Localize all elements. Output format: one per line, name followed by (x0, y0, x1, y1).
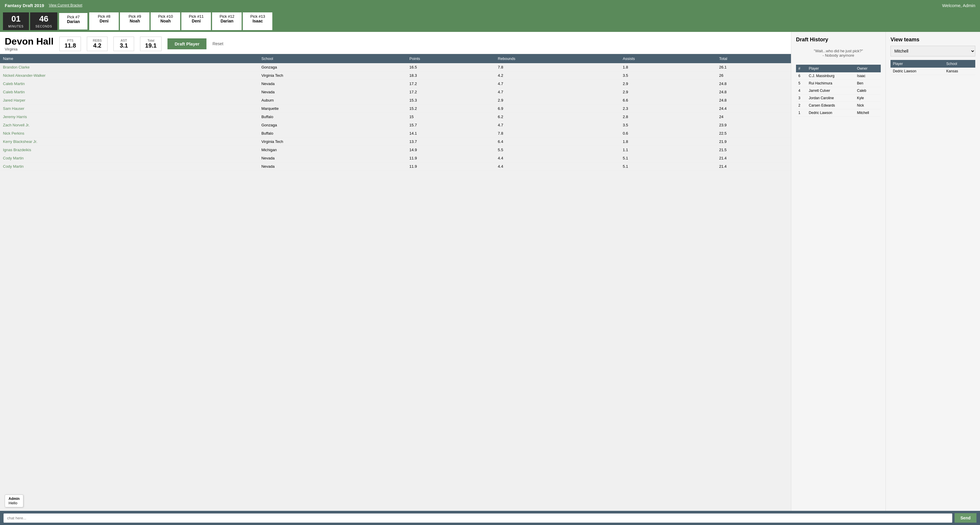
chat-bar: Send (0, 511, 980, 525)
table-row[interactable]: Kerry Blackshear Jr.Virginia Tech13.76.4… (0, 138, 791, 146)
table-row[interactable]: Nick PerkinsBuffalo14.17.80.622.5 (0, 129, 791, 138)
table-row[interactable]: Jared HarperAuburn15.32.96.624.8 (0, 96, 791, 105)
left-panel: Devon Hall Virginia PTS 11.8 REBS 4.2 AS… (0, 32, 791, 511)
chat-input[interactable] (3, 514, 952, 523)
col-header-assists: Assists (620, 54, 716, 63)
draft-row: 2Carsen EdwardsNick (796, 102, 881, 109)
chat-bubble: Admin Hello (5, 495, 23, 507)
draft-history-panel: Draft History "Wait...who did he just pi… (791, 32, 886, 511)
col-header-points: Points (406, 54, 495, 63)
draft-col-player: Player (806, 65, 854, 72)
draft-quote: "Wait...who did he just pick?" - Nobody … (796, 49, 881, 57)
table-row[interactable]: Jeremy HarrisBuffalo156.22.824 (0, 113, 791, 121)
draft-row: 1Dedric LawsonMitchell (796, 109, 881, 117)
table-row[interactable]: Cody MartinNevada11.94.45.121.4 (0, 154, 791, 162)
table-header-row: NameSchoolPointsReboundsAssistsTotal (0, 54, 791, 63)
teams-col-school: School (944, 60, 975, 68)
col-header-rebounds: Rebounds (495, 54, 620, 63)
chat-bubble-message: Hello (9, 501, 19, 505)
stat-rebs: REBS 4.2 (87, 37, 108, 51)
draft-col-owner: Owner (855, 65, 881, 72)
view-teams-title: View teams (891, 37, 975, 43)
player-school: Virginia (5, 47, 54, 51)
col-header-total: Total (716, 54, 791, 63)
draft-row: 3Jordan CarolineKyle (796, 94, 881, 102)
reset-button[interactable]: Reset (212, 41, 223, 46)
player-name-section: Devon Hall Virginia (5, 36, 54, 51)
table-row[interactable]: Caleb MartinNevada17.24.72.924.8 (0, 80, 791, 88)
table-row[interactable]: Brandon ClarkeGonzaga16.57.81.826.1 (0, 63, 791, 72)
table-row[interactable]: Zach Norvell Jr.Gonzaga15.74.73.523.9 (0, 121, 791, 129)
player-table: NameSchoolPointsReboundsAssistsTotal Bra… (0, 54, 791, 171)
timer-seconds: 46 SECONDS (30, 13, 57, 30)
pick-tab-7[interactable]: Pick #7Darian (59, 13, 88, 30)
pick-tab-11[interactable]: Pick #11Deni (181, 13, 211, 30)
teams-table: PlayerSchool Dedric LawsonKansas (891, 60, 975, 75)
view-bracket-link[interactable]: View Current Bracket (49, 3, 82, 7)
table-row[interactable]: Nickeil Alexander-WalkerVirginia Tech18.… (0, 72, 791, 80)
teams-row: Dedric LawsonKansas (891, 68, 975, 75)
stat-total: Total 19.1 (140, 37, 162, 51)
pick-tab-10[interactable]: Pick #10Noah (151, 13, 180, 30)
app-title: Fantasy Draft 2019 (5, 3, 44, 8)
table-row[interactable]: Caleb MartinNevada17.24.72.924.8 (0, 88, 791, 96)
welcome-message: Welcome, Admin (942, 3, 975, 8)
col-header-name: Name (0, 54, 258, 63)
pick-tab-8[interactable]: Pick #8Deni (89, 13, 119, 30)
player-table-wrapper: NameSchoolPointsReboundsAssistsTotal Bra… (0, 54, 791, 511)
teams-select[interactable]: MitchellBenCalebKyleNickIsaacNoahDeniDar… (891, 46, 975, 56)
table-row[interactable]: Cody MartinNevada11.94.45.121.4 (0, 162, 791, 171)
app-header: Fantasy Draft 2019 View Current Bracket … (0, 0, 980, 11)
main-content: Devon Hall Virginia PTS 11.8 REBS 4.2 AS… (0, 32, 980, 511)
player-name: Devon Hall (5, 36, 54, 47)
timer-minutes: 01 MINUTES (3, 13, 29, 30)
draft-row: 4Jarrett CulverCaleb (796, 87, 881, 94)
pick-tab-9[interactable]: Pick #9Noah (120, 13, 150, 30)
draft-history-table: #PlayerOwner 6C.J. MassinburgIsaac5Rui H… (796, 65, 881, 117)
send-button[interactable]: Send (955, 513, 977, 523)
draft-row: 5Rui HachimuraBen (796, 80, 881, 87)
table-row[interactable]: Ignas BrazdeikisMichigan14.95.51.121.5 (0, 146, 791, 154)
draft-row: 6C.J. MassinburgIsaac (796, 72, 881, 80)
pick-tab-12[interactable]: Pick #12Darian (212, 13, 242, 30)
stat-pts: PTS 11.8 (59, 37, 81, 51)
pick-tab-13[interactable]: Pick #13Isaac (243, 13, 272, 30)
teams-col-player: Player (891, 60, 944, 68)
table-row[interactable]: Sam HauserMarquette15.26.92.324.4 (0, 105, 791, 113)
draft-col-#: # (796, 65, 806, 72)
chat-bubble-user: Admin (9, 496, 19, 501)
timer-row: 01 MINUTES 46 SECONDS Pick #7DarianPick … (0, 11, 980, 32)
view-teams-panel: View teams MitchellBenCalebKyleNickIsaac… (886, 32, 980, 511)
col-header-school: School (258, 54, 406, 63)
player-info-bar: Devon Hall Virginia PTS 11.8 REBS 4.2 AS… (0, 32, 791, 54)
stat-ast: AST 3.1 (113, 37, 134, 51)
draft-history-title: Draft History (796, 37, 881, 43)
draft-player-button[interactable]: Draft Player (167, 38, 207, 49)
